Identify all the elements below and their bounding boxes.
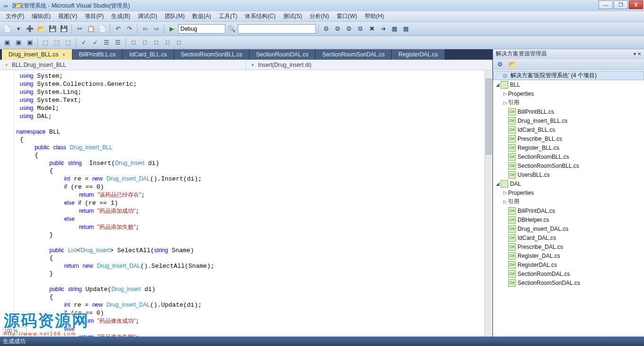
close-button[interactable]: X	[629, 0, 643, 9]
tree-row[interactable]: C#IdCard_DAL.cs	[493, 233, 644, 242]
tree-row[interactable]: ▷📁引用	[493, 197, 644, 206]
t2-d-icon[interactable]: ⬚	[40, 37, 51, 48]
nav-fwd-button[interactable]: ⇨	[151, 24, 161, 34]
menu-item[interactable]: 测试(S)	[279, 11, 306, 21]
menu-item[interactable]: 文件(F)	[2, 11, 28, 21]
code-text[interactable]: using System; using System.Collections.G…	[14, 70, 484, 337]
expand-icon[interactable]: ▷	[502, 91, 508, 96]
expand-icon[interactable]: ◢	[495, 181, 501, 186]
file-tab[interactable]: SectionRoomSonBLL.cs	[174, 49, 250, 60]
tree-row[interactable]: ▷📁引用	[493, 98, 644, 107]
tree-row[interactable]: C#Drug_insert_DAL.cs	[493, 224, 644, 233]
menu-item[interactable]: 团队(M)	[161, 11, 188, 21]
class-dropdown[interactable]: 🔸 BLL.Drug_insert_BLL	[0, 60, 246, 70]
tool-f-icon[interactable]: ➜	[378, 24, 388, 34]
file-tab[interactable]: IdCard_BLL.cs	[123, 49, 174, 60]
scrollbar-thumb[interactable]	[486, 79, 492, 155]
menu-item[interactable]: 生成(B)	[107, 11, 134, 21]
t2-a-icon[interactable]: ▣	[2, 37, 12, 48]
new-dropdown[interactable]: ▾	[13, 24, 24, 34]
menu-item[interactable]: 工具(T)	[215, 11, 241, 21]
properties-button[interactable]: ⚙	[495, 59, 505, 70]
tree-row[interactable]: C#BillPrintDAL.cs	[493, 206, 644, 215]
tree-row[interactable]: C#Register_BLL.cs	[493, 143, 644, 152]
t2-o-icon[interactable]: □	[174, 37, 184, 48]
tree-row[interactable]: C#BillPrintBLL.cs	[493, 107, 644, 116]
tree-row[interactable]: C#Prescribe_DAL.cs	[493, 242, 644, 251]
file-tab[interactable]: SectionRoomSonDAL.cs	[315, 49, 392, 60]
solution-tree[interactable]: ⧉解决方案'医院管理系统' (4 个项目)◢BLL▷📁Properties▷📁引…	[493, 70, 644, 337]
menu-item[interactable]: 调试(D)	[134, 11, 161, 21]
menu-item[interactable]: 视图(V)	[54, 11, 81, 21]
redo-button[interactable]: ↷	[124, 24, 134, 34]
file-tab[interactable]: Drug_insert_BLL.cs×	[2, 49, 72, 60]
start-debug-button[interactable]: ▶	[167, 24, 177, 34]
tool-a-icon[interactable]: ⚙	[321, 24, 331, 34]
expand-icon[interactable]: ▷	[502, 100, 508, 105]
t2-g-icon[interactable]: ✓	[79, 37, 89, 48]
tree-row[interactable]: ◢DAL	[493, 179, 644, 188]
vertical-scrollbar[interactable]	[484, 70, 492, 337]
tool-b-icon[interactable]: ⚙	[332, 24, 343, 34]
save-all-button[interactable]: 💾	[59, 24, 69, 34]
t2-c-icon[interactable]: ▣	[25, 37, 35, 48]
tree-row[interactable]: C#DBHelper.cs	[493, 215, 644, 224]
browse-button[interactable]: 🔍	[226, 24, 237, 34]
tree-row[interactable]: C#Drug_insert_BLL.cs	[493, 116, 644, 125]
tree-row[interactable]: C#RegisterDAL.cs	[493, 260, 644, 269]
t2-f-icon[interactable]: ⬚	[63, 37, 73, 48]
t2-i-icon[interactable]: ☰	[101, 37, 112, 48]
tree-row[interactable]: C#IdCard_BLL.cs	[493, 125, 644, 134]
code-editor[interactable]: using System; using System.Collections.G…	[0, 70, 492, 337]
t2-k-icon[interactable]: □	[128, 37, 139, 48]
tool-d-icon[interactable]: ⚙	[355, 24, 366, 34]
tool-e-icon[interactable]: ✖	[367, 24, 377, 34]
expand-icon[interactable]: ▷	[502, 199, 508, 204]
t2-h-icon[interactable]: ✓	[90, 37, 100, 48]
file-tab[interactable]: RegisterDAL.cs	[392, 49, 445, 60]
menu-item[interactable]: 项目(P)	[81, 11, 107, 21]
tree-row[interactable]: ▷📁Properties	[493, 188, 644, 197]
save-button[interactable]: 💾	[47, 24, 58, 34]
menu-item[interactable]: 窗口(W)	[333, 11, 361, 21]
copy-button[interactable]: 📋	[86, 24, 96, 34]
menu-item[interactable]: 帮助(H)	[361, 11, 388, 21]
t2-e-icon[interactable]: ⬚	[52, 37, 62, 48]
menu-item[interactable]: 数据(A)	[188, 11, 215, 21]
file-tab[interactable]: BillPrintBLL.cs	[72, 49, 123, 60]
panel-options-icon[interactable]: ▾ ✕	[634, 51, 641, 56]
nav-back-button[interactable]: ⇦	[140, 24, 150, 34]
tree-row[interactable]: ◢BLL	[493, 80, 644, 89]
tree-row[interactable]: C#SectionRoomDAL.cs	[493, 269, 644, 278]
tree-row[interactable]: C#Register_DAL.cs	[493, 251, 644, 260]
minimize-button[interactable]: —	[599, 0, 613, 9]
zoom-selector[interactable]: 100 %	[3, 327, 27, 335]
tree-row[interactable]: ▷📁Properties	[493, 89, 644, 98]
find-dropdown[interactable]	[238, 24, 316, 34]
maximize-button[interactable]: ❐	[614, 0, 628, 9]
config-dropdown[interactable]: Debug	[178, 24, 225, 34]
t2-l-icon[interactable]: □	[140, 37, 150, 48]
tree-row[interactable]: C#UsersBLL.cs	[493, 170, 644, 179]
tree-row[interactable]: C#SectionRoomBLL.cs	[493, 152, 644, 161]
t2-b-icon[interactable]: ▣	[13, 37, 24, 48]
menu-item[interactable]: 分析(N)	[306, 11, 333, 21]
tool-c-icon[interactable]: ⚙	[344, 24, 354, 34]
tool-g-icon[interactable]: ▦	[389, 24, 400, 34]
tree-row[interactable]: ⧉解决方案'医院管理系统' (4 个项目)	[493, 71, 644, 80]
undo-button[interactable]: ↶	[113, 24, 123, 34]
expand-icon[interactable]: ◢	[495, 82, 501, 87]
close-tab-icon[interactable]: ×	[62, 52, 65, 57]
menu-item[interactable]: 编辑(E)	[28, 11, 54, 21]
menu-item[interactable]: 体系结构(C)	[241, 11, 279, 21]
cut-button[interactable]: ✂	[74, 24, 85, 34]
t2-m-icon[interactable]: □	[151, 37, 161, 48]
tree-row[interactable]: C#Prescribe_BLL.cs	[493, 134, 644, 143]
new-project-button[interactable]: 📄	[2, 24, 12, 34]
tree-row[interactable]: C#SectionRoomSonBLL.cs	[493, 161, 644, 170]
tree-row[interactable]: C#SectionRoomSonDAL.cs	[493, 278, 644, 287]
open-file-button[interactable]: 📂	[36, 24, 46, 34]
member-dropdown[interactable]: 🔹 Insert(Drug_insert di)	[246, 60, 492, 70]
t2-j-icon[interactable]: ☰	[113, 37, 123, 48]
tool-h-icon[interactable]: ▦	[401, 24, 411, 34]
